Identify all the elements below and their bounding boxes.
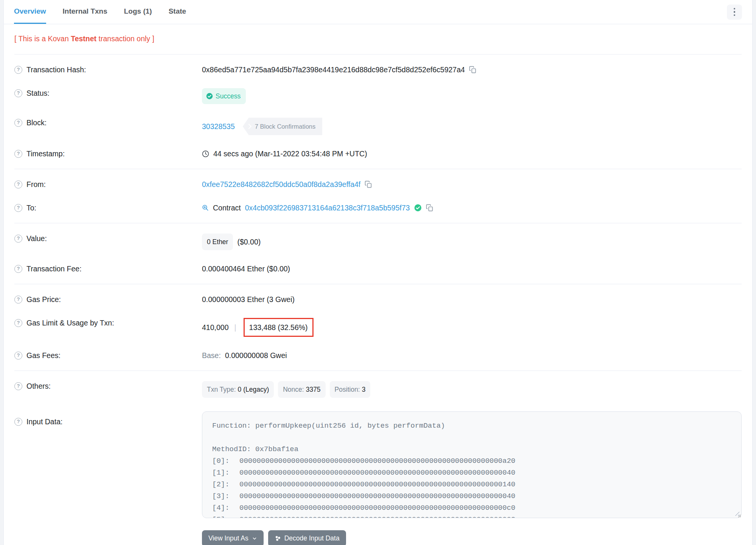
testnet-warning: [ This is a Kovan Testnet transaction on… [14,24,742,54]
row-gas-fees: ? Gas Fees: Base: 0.000000008 Gwei [14,344,742,367]
to-label: To: [26,203,36,213]
gas-limit-usage-label: Gas Limit & Usage by Txn: [26,318,114,328]
chevron-down-icon [252,536,257,541]
row-status: ? Status: Success [14,81,742,111]
row-others: ? Others: Txn Type:0 (Legacy) Nonce:3375… [14,374,742,405]
group-gas: ? Gas Price: 0.000000003 Ether (3 Gwei) … [14,284,742,371]
row-transaction-hash: ? Transaction Hash: 0x86ed5a771e725aa94d… [14,58,742,81]
transaction-fee-label: Transaction Fee: [26,264,82,274]
copy-icon[interactable] [426,204,433,212]
transaction-fee-value: 0.000400464 Ether ($0.00) [202,264,290,274]
input-data-label: Input Data: [26,417,62,427]
tab-logs[interactable]: Logs (1) [124,0,152,24]
help-icon[interactable]: ? [14,204,22,212]
input-param: [3]:000000000000000000000000000000000000… [212,490,731,502]
tab-overview[interactable]: Overview [14,0,46,24]
group-addresses: ? From: 0xfee7522e8482682cf50ddc50a0f8da… [14,169,742,223]
from-address-link[interactable]: 0xfee7522e8482682cf50ddc50a0f8da2a39effa… [202,179,360,189]
copy-icon[interactable] [365,181,372,188]
gas-price-label: Gas Price: [26,294,61,304]
txn-type-badge: Txn Type:0 (Legacy) [202,381,274,398]
help-icon[interactable]: ? [14,150,22,158]
timestamp-label: Timestamp: [26,149,65,159]
clock-icon [202,150,209,157]
block-confirmations-badge: 7 Block Confirmations [243,118,322,135]
decode-input-data-button[interactable]: Decode Input Data [268,530,346,545]
status-badge: Success [202,88,246,104]
input-param: [5]:000000000000000000000000000000000000… [212,514,731,518]
transaction-hash-value: 0x86ed5a771e725aa94d5b7fa2398e4419e216d8… [202,65,465,75]
help-icon[interactable]: ? [14,66,22,74]
gas-price-value: 0.000000003 Ether (3 Gwei) [202,294,295,304]
gas-fees-base-value: 0.000000008 Gwei [225,350,287,360]
row-input-data: ? Input Data: Function: performUpkeep(ui… [14,405,742,525]
gas-usage-annotation-box: 133,488 (32.56%) [244,318,314,337]
help-icon[interactable]: ? [14,418,22,426]
tab-bar: Overview Internal Txns Logs (1) State [4,0,752,24]
help-icon[interactable]: ? [14,89,22,97]
gas-fees-label: Gas Fees: [26,350,61,360]
row-gas-limit-usage: ? Gas Limit & Usage by Txn: 410,000 | 13… [14,311,742,344]
to-type-label: Contract [213,203,241,213]
input-data-box[interactable]: Function: performUpkeep(uint256 id, byte… [202,411,742,518]
input-param: [1]:000000000000000000000000000000000000… [212,467,731,479]
timestamp-value: 44 secs ago (Mar-11-2022 03:54:48 PM +UT… [213,149,367,159]
input-param: [2]:000000000000000000000000000000000000… [212,479,731,490]
separator: | [233,322,238,332]
group-others: ? Others: Txn Type:0 (Legacy) Nonce:3375… [14,371,742,545]
to-address-link[interactable]: 0x4cb093f226983713164a62138c3f718a5b595f… [245,203,410,213]
gas-usage-value: 133,488 (32.56%) [249,323,308,332]
help-icon[interactable]: ? [14,382,22,390]
gas-limit-value: 410,000 [202,322,229,332]
status-label: Status: [26,88,50,98]
row-to: ? To: Contract 0x4cb093f226983713164a621… [14,196,742,220]
help-icon[interactable]: ? [14,319,22,327]
row-from: ? From: 0xfee7522e8482682cf50ddc50a0f8da… [14,173,742,196]
row-block: ? Block: 30328535 7 Block Confirmations [14,111,742,142]
gas-fees-base-label: Base: [202,350,221,360]
row-transaction-fee: ? Transaction Fee: 0.000400464 Ether ($0… [14,257,742,280]
copy-icon[interactable] [469,66,477,73]
verified-check-icon [414,204,422,212]
magnifier-plus-icon[interactable] [202,204,209,211]
help-icon[interactable]: ? [14,181,22,188]
group-value: ? Value: 0 Ether ($0.00) ? Transaction F… [14,223,742,284]
help-icon[interactable]: ? [14,352,22,360]
row-gas-price: ? Gas Price: 0.000000003 Ether (3 Gwei) [14,288,742,311]
from-label: From: [26,179,46,189]
input-param: [0]:000000000000000000000000000000000000… [212,455,731,467]
block-label: Block: [26,118,47,128]
help-icon[interactable]: ? [14,265,22,273]
help-icon[interactable]: ? [14,119,22,127]
row-timestamp: ? Timestamp: 44 secs ago (Mar-11-2022 03… [14,142,742,165]
transaction-card: Overview Internal Txns Logs (1) State [ … [3,0,753,545]
tab-state[interactable]: State [169,0,186,24]
input-data-actions: View Input As Decode Input Data [202,530,742,545]
view-input-as-button[interactable]: View Input As [202,530,264,545]
kebab-menu-icon[interactable] [727,5,742,20]
value-label: Value: [26,234,47,243]
tab-internal-txns[interactable]: Internal Txns [63,0,107,24]
nonce-badge: Nonce:3375 [278,381,325,398]
position-badge: Position:3 [330,381,371,398]
transaction-hash-label: Transaction Hash: [26,65,86,75]
ether-value-badge: 0 Ether [202,234,233,250]
value-usd: ($0.00) [237,237,261,247]
help-icon[interactable]: ? [14,235,22,243]
check-circle-icon [206,93,213,100]
help-icon[interactable]: ? [14,296,22,304]
block-number-link[interactable]: 30328535 [202,121,235,131]
input-function-signature: Function: performUpkeep(uint256 id, byte… [212,420,731,432]
decode-icon [275,535,281,542]
row-value: ? Value: 0 Ether ($0.00) [14,227,742,257]
others-label: Others: [26,381,51,391]
input-method-id: MethodID: 0x7bbaf1ea [212,444,731,455]
input-param: [4]:000000000000000000000000000000000000… [212,502,731,514]
group-summary: ? Transaction Hash: 0x86ed5a771e725aa94d… [14,54,742,169]
